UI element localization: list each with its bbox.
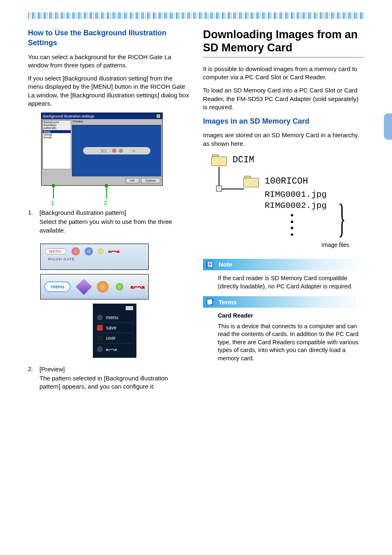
ok-button[interactable]: OK: [126, 178, 140, 183]
callout-number-1: 1: [51, 200, 54, 206]
list-item-title: [Background illustration pattern]: [39, 209, 189, 217]
preview-menu-button: MENU: [98, 149, 110, 152]
preview-dot-icon: [119, 149, 123, 153]
swoosh-icon: ↜↝: [106, 345, 117, 353]
decorative-diamond-band: [28, 12, 364, 19]
list-item-body: Select the pattern you wish to use from …: [39, 218, 189, 235]
cancel-button[interactable]: Cancel: [141, 178, 160, 183]
collapse-icon: –: [216, 186, 222, 191]
svg-point-6: [211, 304, 212, 305]
cube-icon: [76, 279, 92, 295]
pattern-row-label: menu: [106, 315, 118, 320]
terms-icon: [203, 296, 218, 308]
list-item-body: The pattern selected in [Background illu…: [39, 374, 189, 391]
left-heading: How to Use the Background Illustration S…: [28, 28, 189, 48]
right-para-2: To load an SD Memory Card into a PC Card…: [203, 86, 364, 111]
preview-dot-icon: [125, 149, 129, 153]
sphere-icon: [116, 283, 123, 290]
save-icon: [71, 247, 80, 256]
folder-label-root: DCIM: [233, 156, 254, 165]
pattern-casual: menu ↜↝: [40, 274, 149, 299]
dialog-preview-area: MENU ↝: [72, 125, 161, 177]
list-number: 1.: [28, 209, 35, 240]
folder-icon: [211, 154, 227, 166]
preview-dot-icon: [112, 149, 116, 153]
sphere-icon: [97, 281, 108, 292]
pattern-brand-label: RICOH GATE: [48, 257, 75, 261]
file-name: RIMG0002.jpg: [265, 200, 364, 211]
pattern-samples: MENU ↜⁠↝ RICOH GATE menu ↜↝: [40, 244, 189, 358]
left-para-2: If you select [Background illustration s…: [28, 74, 189, 108]
pattern-row-label: save: [106, 325, 116, 331]
pattern-menu-button: MENU: [45, 249, 67, 254]
pattern-row-label: user: [106, 335, 115, 341]
tree-connector: –: [219, 167, 268, 216]
user-icon: [85, 247, 93, 256]
dialog-list-header: Background illustration pattern(B): [43, 120, 71, 130]
folder-hierarchy-diagram: DCIM – 100RICOH RIMG0001.jpg RIMG0002.jp…: [211, 153, 364, 238]
right-column: Downloading Images from an SD Memory Car…: [203, 28, 364, 400]
file-name: RIMG0001.jpg: [265, 189, 364, 200]
dialog-title-text: Background illustration settings: [43, 114, 95, 118]
dialog-list-item-formal[interactable]: formal: [43, 136, 71, 139]
terms-term: Card Reader: [218, 312, 364, 320]
dot-icon: [98, 249, 104, 254]
note-callout: Note If the card reader is SD Memory Car…: [203, 259, 364, 290]
terms-title: Terms: [218, 299, 237, 306]
folder-label-sub: 100RICOH: [265, 177, 308, 186]
pattern-basic: MENU ↜⁠↝ RICOH GATE: [40, 244, 149, 270]
dialog-callouts: 1 2: [41, 186, 189, 205]
dialog-list-item-basic[interactable]: Basic: [43, 130, 71, 133]
pattern-menu-button: menu: [44, 281, 71, 292]
left-column: How to Use the Background Illustration S…: [28, 28, 189, 400]
ellipsis-icon: ••••: [289, 211, 364, 238]
svg-point-5: [212, 299, 214, 302]
terms-callout: Terms Card Reader This is a device that …: [203, 296, 364, 362]
list-item: 2. [Preview] The pattern selected in [Ba…: [28, 365, 189, 396]
dialog-titlebar: Background illustration settings ×: [42, 113, 162, 119]
swoosh-icon: ↜⁠↝: [108, 247, 119, 255]
dot-icon: [97, 346, 103, 352]
window-controls-icon: [126, 306, 133, 310]
right-main-heading: Downloading Images from an SD Memory Car…: [203, 28, 364, 58]
list-number: 2.: [28, 365, 35, 396]
dialog-window: Background illustration settings × Backg…: [41, 113, 163, 186]
preview-toolbar: MENU ↝: [83, 147, 150, 154]
hierarchy-caption: Image files: [203, 242, 349, 248]
page: How to Use the Background Illustration S…: [0, 0, 392, 425]
pattern-formal: menu save user ↜↝: [93, 304, 136, 358]
swoosh-icon: ↜↝: [131, 282, 145, 292]
page-side-tab: [384, 113, 392, 140]
folder-icon: [243, 176, 259, 187]
dot-icon: [97, 315, 103, 320]
file-list: RIMG0001.jpg RIMG0002.jpg: [265, 189, 364, 212]
close-icon[interactable]: ×: [156, 114, 161, 118]
numbered-list: 1. [Background illustration pattern] Sel…: [28, 209, 189, 240]
preview-swoosh-icon: ↝: [132, 149, 135, 153]
brace-icon: }: [338, 198, 346, 239]
two-column-layout: How to Use the Background Illustration S…: [28, 28, 364, 400]
list-item-title: [Preview]: [39, 365, 189, 373]
dialog-list-item-casual[interactable]: casual: [43, 133, 71, 136]
list-item: 1. [Background illustration pattern] Sel…: [28, 209, 189, 240]
dialog-preview-header: Preview: [72, 120, 161, 125]
terms-body: This is a device that connects to a comp…: [218, 322, 364, 363]
callout-number-2: 2: [104, 200, 107, 206]
dialog-figure: Background illustration settings × Backg…: [41, 113, 189, 205]
right-para-3: Images are stored on an SD Memory Card i…: [203, 131, 364, 148]
right-para-1: It is possible to download images from a…: [203, 65, 364, 82]
user-icon: [97, 335, 103, 341]
dialog-pattern-list[interactable]: Background illustration pattern(B) Basic…: [42, 120, 71, 169]
left-para-1: You can select a background for the RICO…: [28, 53, 189, 70]
svg-point-7: [208, 299, 209, 300]
note-icon: [203, 259, 218, 270]
numbered-list: 2. [Preview] The pattern selected in [Ba…: [28, 365, 189, 396]
note-body: If the card reader is SD Memory Card com…: [218, 274, 364, 290]
save-icon: [97, 325, 103, 331]
right-subheading: Images in an SD Memory Card: [203, 116, 364, 126]
note-title: Note: [218, 261, 232, 268]
